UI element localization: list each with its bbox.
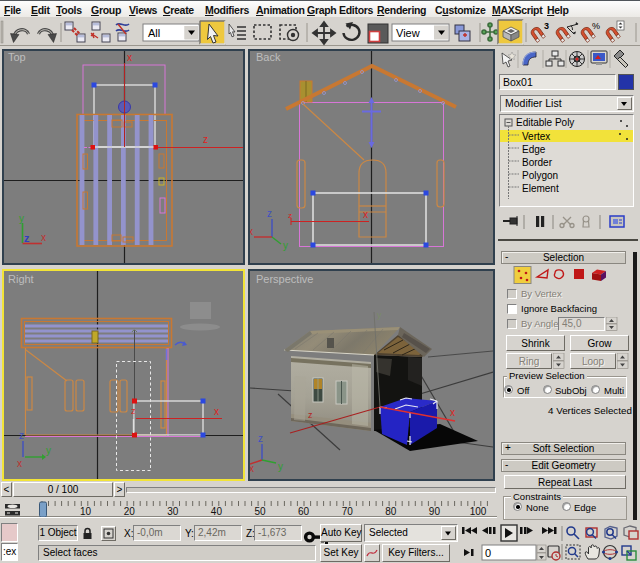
svg-text:70: 70 [342,506,354,517]
svg-text:50: 50 [254,506,266,517]
svg-text:20: 20 [124,506,136,517]
svg-text:y: y [46,445,51,456]
svg-text:z: z [131,406,136,416]
svg-text:0: 0 [485,547,491,559]
svg-text:Polygon: Polygon [522,170,558,181]
svg-text:%: % [592,21,600,31]
svg-text:Top: Top [8,51,26,63]
svg-text:Border: Border [522,157,553,168]
svg-text:y: y [377,310,382,320]
svg-text:60: 60 [298,506,310,517]
svg-text:10: 10 [80,506,92,517]
svg-text:Right: Right [8,273,34,285]
svg-text:Back: Back [256,51,281,63]
svg-text:x: x [363,209,368,220]
svg-text:100: 100 [470,506,487,517]
svg-text:z: z [288,211,292,220]
svg-text:x: x [248,226,253,237]
svg-text:80: 80 [385,506,397,517]
svg-text:All: All [148,27,160,39]
svg-text:Editable Poly: Editable Poly [516,117,574,128]
svg-text:y: y [278,461,283,472]
svg-text:90: 90 [429,506,441,517]
svg-text:40: 40 [211,506,223,517]
svg-text:View: View [396,27,420,39]
svg-text:z: z [203,134,208,145]
svg-text:Perspective: Perspective [256,273,313,285]
svg-text:x: x [450,407,455,418]
svg-text:y: y [19,213,24,224]
svg-text:z: z [24,232,30,244]
svg-text:x: x [41,232,46,243]
svg-text:x: x [214,406,219,417]
svg-text:x: x [127,52,132,63]
svg-text:z: z [267,208,272,219]
svg-text:Vertex: Vertex [522,131,550,142]
svg-text:z: z [308,410,313,420]
svg-text:Edge: Edge [522,144,546,155]
svg-text:x: x [249,463,254,474]
svg-text:z: z [258,433,263,444]
svg-text:y: y [283,240,288,251]
svg-text:3: 3 [544,21,549,31]
svg-text:Element: Element [522,183,559,194]
svg-text:30: 30 [167,506,179,517]
svg-text:z: z [19,430,24,441]
svg-text:x: x [17,458,22,469]
